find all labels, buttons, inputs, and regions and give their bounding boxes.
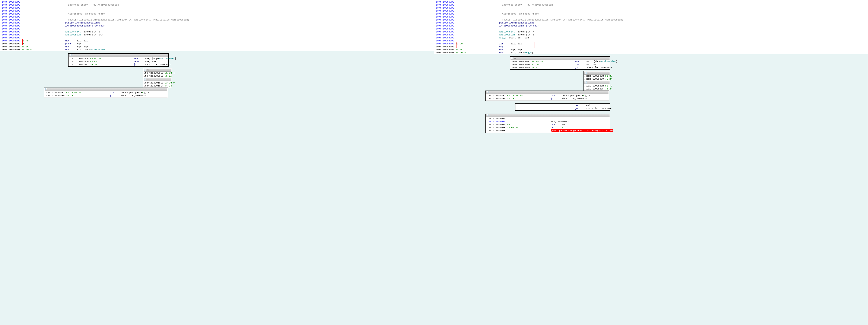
graph-node-2[interactable]: 📄 ⬚ .text:100058E3 81 38 .text:100058E9 … (584, 71, 610, 81)
node-titlebar[interactable]: 📄 ⬚ (45, 88, 167, 91)
prototype-comment: ; HRESULT __stdcall AmsiOpenSession(HAMS… (65, 19, 189, 21)
graph-node-1[interactable]: 📄 ⬚ .text:100058DC 8B 45 08 mov eax, [eb… (68, 53, 168, 67)
addr: .text:100058D0 (0, 33, 20, 36)
node-titlebar[interactable]: 📄 ⬚ (486, 91, 609, 94)
addr: .text:100058D0 (0, 31, 20, 33)
public-decl: public _AmsiOpenSession@8 (499, 22, 534, 24)
addr: .text:100058D0 (0, 10, 20, 12)
addr: .text:100058D0 (0, 22, 20, 24)
node-titlebar[interactable]: 📄 ⬚ (510, 57, 610, 60)
right-disassembly-pane[interactable]: .text:100058D0 .text:100058D0 ; Exported… (434, 0, 868, 325)
addr: .text:100058D0 (435, 4, 454, 6)
var-amsisession: amsiSession (65, 33, 81, 36)
graph-node-3[interactable]: 📄 ⬚ .text:100058EB 83 78 0 .text:100058E… (143, 78, 172, 88)
addr: .text:100058D0 (435, 33, 454, 36)
addr: .text:100058D0 (435, 7, 454, 9)
addr: .text:100058D0 (0, 7, 20, 9)
addr: .text:100058D0 (435, 25, 454, 27)
graph-node-5[interactable]: pop esi jmp short loc_1000591A (515, 104, 610, 111)
left-graph-area[interactable]: 📄 ⬚ .text:100058DC 8B 45 08 mov eax, [eb… (0, 51, 434, 325)
left-highlight-box (23, 39, 100, 45)
addr: .text:100058D0 (0, 19, 20, 21)
attributes-comment: ; Attributes: bp-based frame (65, 12, 105, 15)
addr: .text:100058D0 (435, 22, 454, 24)
addr: .text:100058D0 (0, 16, 20, 18)
graph-node-2[interactable]: 📄 ⬚ .text:100058E3 81 38 4 .text:100058E… (143, 68, 172, 78)
left-top-listing: .text:100058D0 .text:100058D0 ; Exported… (0, 0, 434, 58)
proc-decl: _AmsiOpenSession@8 proc near (499, 25, 539, 27)
node-titlebar[interactable]: 📄 ⬚ (584, 71, 610, 75)
node-titlebar[interactable]: 📄 ⬚ (486, 114, 610, 117)
node-titlebar[interactable]: 📄 ⬚ (144, 78, 171, 81)
node-titlebar[interactable]: 📄 ⬚ (144, 68, 171, 71)
graph-node-6[interactable]: 📄 ⬚ .text:1000591A .text:1000591A loc_10… (485, 114, 610, 133)
addr: .text:100058D0 (435, 1, 454, 3)
addr: .text:100058D0 (0, 36, 20, 39)
exported-entry-comment: ; Exported entry 3. AmsiOpenSession (499, 4, 553, 6)
node-titlebar[interactable]: 📄 ⬚ (584, 81, 610, 84)
addr: .text:100058D0 (435, 31, 454, 33)
left-disassembly-pane[interactable]: .text:100058D0 .text:100058D0 ; Exported… (0, 0, 434, 325)
addr: .text:100058D0 (435, 16, 454, 18)
right-top-listing: .text:100058D0 .text:100058D0 ; Exported… (434, 0, 868, 61)
addr: .text:100058D0 (435, 36, 454, 39)
addr: .text:100058D0 (435, 39, 454, 42)
addr: .text:100058D0 (0, 12, 20, 15)
var-arg8: arg_8 (499, 36, 506, 39)
graph-node-3[interactable]: 📄 ⬚ .text:100058EB 83 78 .text:100058EF … (584, 81, 610, 91)
exported-entry-comment: ; Exported entry 3. AmsiOpenSession (65, 4, 119, 6)
right-highlight-box (457, 42, 534, 48)
graph-node-1[interactable]: 📄 ⬚ .text:100058DC 8B 45 08 mov eax, [eb… (510, 56, 610, 69)
right-graph-area[interactable]: 📄 ⬚ .text:100058DC 8B 45 08 mov eax, [eb… (434, 54, 868, 325)
addr: .text:100058D0 (435, 12, 454, 15)
public-decl: public _AmsiOpenSession@8 (65, 22, 100, 24)
var-amsisession: amsiSession (499, 33, 515, 36)
var-amsicontext: amsiContext (499, 31, 515, 33)
addr: .text:100058D0 (0, 4, 20, 6)
addr: .text:100058D0 (0, 1, 20, 3)
addr: .text:100058D0 (435, 19, 454, 21)
addr: .text:100058D0 (435, 10, 454, 12)
attributes-comment: ; Attributes: bp-based frame (499, 12, 539, 15)
graph-node-4[interactable]: 📄 ⬚ .text:100058F1 83 78 08 00 cmp dword… (44, 88, 168, 98)
var-amsicontext: amsiContext (65, 31, 81, 33)
addr: .text:100058D0 (0, 25, 20, 27)
prototype-comment: ; HRESULT __stdcall AmsiOpenSession(HAMS… (499, 19, 623, 21)
addr: .text:100058D0 (0, 28, 20, 30)
addr: .text:100058D0 (435, 28, 454, 30)
node-titlebar[interactable]: 📄 ⬚ (69, 54, 168, 57)
sp-analysis-error: _AmsiOpenSession@8 endp ; sp-analysis fa… (551, 129, 613, 132)
graph-node-4[interactable]: 📄 ⬚ .text:100058F1 83 78 08 00 cmp dword… (485, 91, 609, 101)
proc-decl: _AmsiOpenSession@8 proc near (65, 25, 105, 27)
